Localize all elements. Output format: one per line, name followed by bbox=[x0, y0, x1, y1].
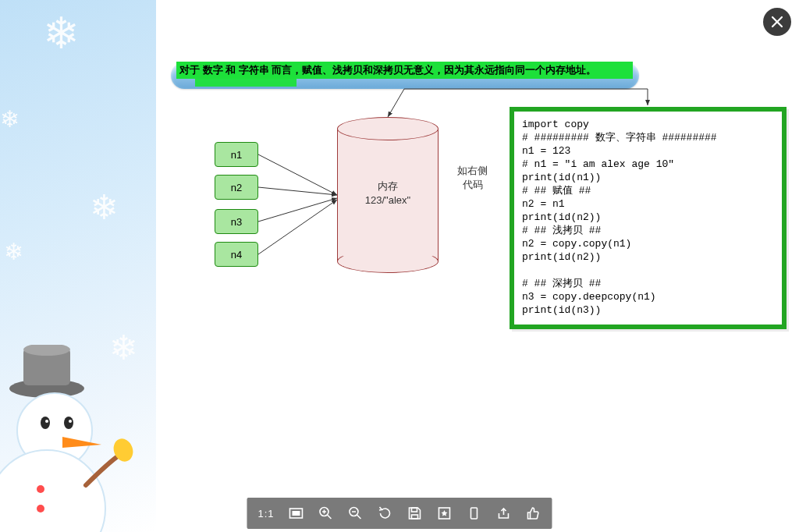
var-label: n2 bbox=[231, 182, 242, 193]
image-viewer-toolbar: 1:1 bbox=[247, 498, 552, 529]
memory-cylinder: 内存 123/"alex" bbox=[337, 117, 439, 273]
share-button[interactable] bbox=[496, 505, 512, 521]
svg-line-14 bbox=[258, 198, 337, 222]
favorite-button[interactable] bbox=[437, 505, 453, 521]
rotate-icon bbox=[378, 505, 393, 521]
device-icon bbox=[467, 505, 482, 521]
var-label: n1 bbox=[231, 149, 242, 161]
var-n2: n2 bbox=[215, 175, 258, 200]
zoom-out-button[interactable] bbox=[348, 505, 364, 521]
header-text: 对于 数字 和 字符串 而言，赋值、浅拷贝和深拷贝无意义，因为其永远指向同一个内… bbox=[176, 62, 633, 79]
close-button[interactable] bbox=[763, 8, 791, 36]
save-icon bbox=[407, 505, 423, 521]
share-icon bbox=[496, 505, 512, 521]
svg-line-13 bbox=[258, 187, 337, 195]
zoom-in-icon bbox=[318, 505, 334, 521]
device-button[interactable] bbox=[467, 505, 482, 521]
svg-line-15 bbox=[258, 200, 337, 254]
svg-line-18 bbox=[388, 89, 404, 117]
like-button[interactable] bbox=[526, 505, 542, 521]
svg-line-12 bbox=[258, 154, 337, 195]
close-icon bbox=[770, 15, 784, 29]
svg-rect-30 bbox=[412, 508, 417, 512]
code-block: import copy # ######### 数字、字符串 #########… bbox=[510, 107, 787, 329]
fit-window-icon bbox=[289, 505, 304, 521]
star-icon bbox=[437, 505, 453, 521]
svg-line-24 bbox=[328, 515, 332, 519]
save-button[interactable] bbox=[407, 505, 423, 521]
thumbs-up-icon bbox=[526, 505, 542, 521]
memory-label: 内存 bbox=[378, 180, 398, 192]
zoom-out-icon bbox=[348, 505, 364, 521]
var-n1: n1 bbox=[215, 142, 258, 167]
svg-rect-22 bbox=[293, 511, 300, 516]
var-label: n3 bbox=[231, 216, 242, 228]
rotate-button[interactable] bbox=[378, 505, 393, 521]
zoom-in-button[interactable] bbox=[318, 505, 334, 521]
memory-value: 123/"alex" bbox=[365, 194, 410, 206]
header-underline bbox=[195, 77, 297, 87]
svg-rect-31 bbox=[412, 515, 418, 519]
fit-window-button[interactable] bbox=[289, 505, 304, 521]
side-label: 如右侧 代码 bbox=[457, 164, 488, 192]
var-n4: n4 bbox=[215, 242, 258, 267]
diagram-canvas: 对于 数字 和 字符串 而言，赋值、浅拷贝和深拷贝无意义，因为其永远指向同一个内… bbox=[0, 0, 799, 532]
var-n3: n3 bbox=[215, 209, 258, 234]
zoom-ratio: 1:1 bbox=[257, 508, 274, 520]
svg-rect-33 bbox=[471, 508, 478, 519]
svg-line-28 bbox=[357, 515, 361, 519]
var-label: n4 bbox=[231, 249, 242, 261]
